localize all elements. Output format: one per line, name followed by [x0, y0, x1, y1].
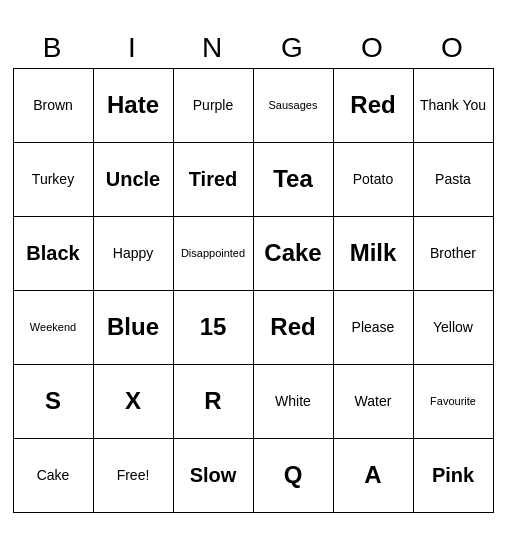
cell-r5-c3: Q: [254, 439, 334, 513]
cell-r4-c5: Favourite: [414, 365, 494, 439]
cell-r3-c1: Blue: [94, 291, 174, 365]
header-letter-I: I: [93, 32, 173, 64]
cell-r3-c3: Red: [254, 291, 334, 365]
bingo-card: BINGOO BrownHatePurpleSausagesRedThank Y…: [13, 32, 494, 513]
header-letter-O: O: [333, 32, 413, 64]
cell-r1-c5: Pasta: [414, 143, 494, 217]
cell-r2-c3: Cake: [254, 217, 334, 291]
cell-r5-c0: Cake: [14, 439, 94, 513]
cell-r0-c4: Red: [334, 69, 414, 143]
cell-r0-c5: Thank You: [414, 69, 494, 143]
cell-r4-c0: S: [14, 365, 94, 439]
cell-r2-c4: Milk: [334, 217, 414, 291]
cell-r5-c2: Slow: [174, 439, 254, 513]
cell-r4-c4: Water: [334, 365, 414, 439]
cell-r5-c1: Free!: [94, 439, 174, 513]
bingo-grid: BrownHatePurpleSausagesRedThank YouTurke…: [13, 68, 494, 513]
cell-r0-c1: Hate: [94, 69, 174, 143]
bingo-header: BINGOO: [13, 32, 493, 64]
cell-r3-c5: Yellow: [414, 291, 494, 365]
cell-r0-c2: Purple: [174, 69, 254, 143]
cell-r3-c2: 15: [174, 291, 254, 365]
cell-r2-c5: Brother: [414, 217, 494, 291]
cell-r5-c4: A: [334, 439, 414, 513]
cell-r1-c2: Tired: [174, 143, 254, 217]
cell-r1-c3: Tea: [254, 143, 334, 217]
cell-r2-c0: Black: [14, 217, 94, 291]
cell-r4-c2: R: [174, 365, 254, 439]
cell-r4-c3: White: [254, 365, 334, 439]
cell-r0-c0: Brown: [14, 69, 94, 143]
cell-r4-c1: X: [94, 365, 174, 439]
cell-r5-c5: Pink: [414, 439, 494, 513]
cell-r1-c0: Turkey: [14, 143, 94, 217]
header-letter-O: O: [413, 32, 493, 64]
cell-r1-c1: Uncle: [94, 143, 174, 217]
cell-r1-c4: Potato: [334, 143, 414, 217]
cell-r2-c1: Happy: [94, 217, 174, 291]
cell-r3-c0: Weekend: [14, 291, 94, 365]
cell-r3-c4: Please: [334, 291, 414, 365]
header-letter-B: B: [13, 32, 93, 64]
header-letter-N: N: [173, 32, 253, 64]
cell-r0-c3: Sausages: [254, 69, 334, 143]
cell-r2-c2: Disappointed: [174, 217, 254, 291]
header-letter-G: G: [253, 32, 333, 64]
